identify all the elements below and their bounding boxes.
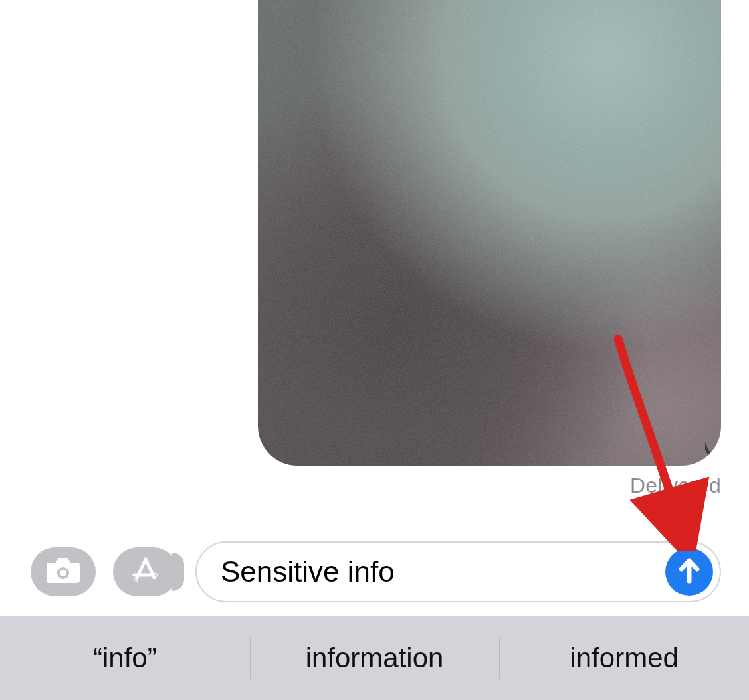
suggestion-3[interactable]: informed (499, 622, 749, 694)
compose-bar: Sensitive info (0, 538, 749, 606)
bubble-tail-icon (704, 440, 721, 466)
starfield-texture (258, 0, 721, 466)
app-store-icon (130, 555, 161, 588)
sent-image-attachment[interactable] (258, 0, 721, 466)
camera-icon (45, 557, 81, 587)
svg-rect-0 (258, 0, 721, 466)
conversation-area: Delivered (0, 0, 749, 521)
message-input[interactable]: Sensitive info (221, 555, 665, 588)
message-input-container: Sensitive info (195, 541, 721, 602)
camera-button[interactable] (31, 547, 96, 596)
svg-point-1 (156, 575, 156, 576)
app-drawer-button[interactable] (113, 547, 178, 596)
svg-point-2 (136, 580, 136, 581)
sent-message: Delivered (258, 0, 721, 498)
delivery-status: Delivered (630, 474, 721, 498)
suggestion-2[interactable]: information (250, 622, 500, 694)
send-button[interactable] (665, 548, 713, 596)
suggestion-1[interactable]: “info” (0, 622, 250, 694)
keyboard-suggestion-bar: “info” information informed (0, 616, 749, 700)
arrow-up-icon (676, 556, 702, 588)
